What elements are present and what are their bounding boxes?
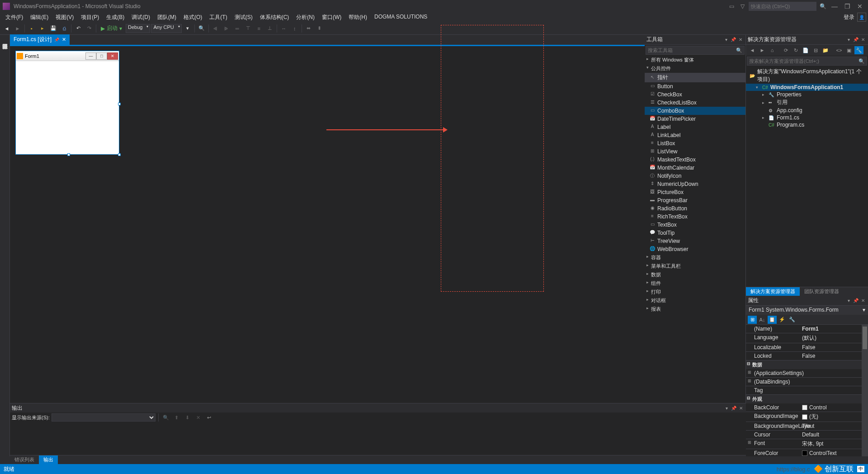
toolbox-item-richtextbox[interactable]: ≡RichTextBox <box>645 213 745 221</box>
search-icon[interactable]: 🔍 <box>736 47 742 53</box>
home-button[interactable]: ⌂ <box>768 46 777 54</box>
code-view-button[interactable]: <> <box>835 46 844 54</box>
toolbox-item-textbox[interactable]: ▭TextBox <box>645 221 745 229</box>
toolbox-item-combobox[interactable]: ▭ComboBox <box>645 107 745 115</box>
menu-window[interactable]: 窗口(W) <box>318 13 345 22</box>
chevron-down-icon[interactable]: ▾ <box>863 307 865 314</box>
form1-node[interactable]: ▸📄Form1.cs <box>746 114 868 121</box>
tab-output[interactable]: 输出 <box>39 455 58 464</box>
close-button[interactable]: ✕ <box>854 1 865 12</box>
open-file-button[interactable]: ▸ <box>38 24 47 33</box>
server-explorer-tab[interactable]: 服务器资源管理器 <box>0 38 9 456</box>
redo-button[interactable]: ↷ <box>84 24 94 33</box>
toolbox-group-menus[interactable]: 菜单和工具栏 <box>645 262 745 270</box>
refresh-button[interactable]: 📄 <box>801 46 810 54</box>
prop-value-localizable[interactable]: False <box>800 343 868 351</box>
menu-build[interactable]: 生成(B) <box>103 13 128 22</box>
toolbox-item-tooltip[interactable]: 💬ToolTip <box>645 229 745 237</box>
prop-value-language[interactable]: (默认) <box>800 333 868 343</box>
space-h-button[interactable]: ↔ <box>279 24 289 33</box>
toolbox-item-monthcalendar[interactable]: 📅MonthCalendar <box>645 164 745 172</box>
menu-help[interactable]: 帮助(H) <box>345 13 371 22</box>
toolbox-item-datetimepicker[interactable]: 📅DateTimePicker <box>645 115 745 123</box>
wrap-button[interactable]: ↩ <box>205 413 214 422</box>
space-v-button[interactable]: ↕ <box>290 24 300 33</box>
menu-view[interactable]: 视图(V) <box>52 13 77 22</box>
start-debug-button[interactable]: ▶ 启动 ▾ <box>98 24 125 32</box>
maximize-button[interactable]: ❐ <box>842 1 853 12</box>
designer-surface[interactable]: Form1 — □ ✕ <box>10 45 645 456</box>
toolbox-group-dialogs[interactable]: 对话框 <box>645 296 745 305</box>
align-right-button[interactable]: ═ <box>232 24 242 33</box>
size-width-button[interactable]: ⬌ <box>304 24 314 33</box>
align-center-button[interactable]: ⫸ <box>222 24 231 33</box>
menu-file[interactable]: 文件(F) <box>2 13 27 22</box>
toolbox-item-progressbar[interactable]: ▬ProgressBar <box>645 196 745 204</box>
toolbox-item-checkedlistbox[interactable]: ☰CheckedListBox <box>645 99 745 107</box>
toolbox-item-listview[interactable]: ⊞ListView <box>645 147 745 156</box>
toolbox-item-picturebox[interactable]: 🖼PictureBox <box>645 188 745 196</box>
menu-test[interactable]: 测试(S) <box>231 13 256 22</box>
prev-message-button[interactable]: ⬆ <box>172 413 181 422</box>
form-body[interactable] <box>16 61 119 154</box>
menu-debug[interactable]: 调试(D) <box>128 13 154 22</box>
project-node[interactable]: ▾C#WindowsFormsApplication1 <box>746 84 868 91</box>
minimize-button[interactable]: — <box>829 1 840 12</box>
new-project-button[interactable]: ▪ <box>27 24 37 33</box>
resize-handle-se[interactable] <box>118 153 121 156</box>
toolbox-item-linklabel[interactable]: ALinkLabel <box>645 131 745 139</box>
login-link[interactable]: 登录 <box>844 14 854 21</box>
notification-icon[interactable]: ▭ <box>727 2 736 11</box>
toolbox-group-components[interactable]: 组件 <box>645 279 745 288</box>
prop-value-cursor[interactable]: Default <box>800 431 868 439</box>
menu-format[interactable]: 格式(O) <box>180 13 206 22</box>
events-button[interactable]: ⚡ <box>778 316 787 324</box>
prop-value-forecolor[interactable]: ControlText <box>800 449 868 456</box>
prop-value-backcolor[interactable]: Control <box>800 403 868 412</box>
undo-button[interactable]: ↶ <box>73 24 83 33</box>
menu-tools[interactable]: 工具(T) <box>206 13 231 22</box>
scope-button[interactable]: ⟳ <box>781 46 790 54</box>
resize-handle-e[interactable] <box>118 103 121 105</box>
close-icon[interactable]: ✕ <box>738 405 744 411</box>
toolbox-group-data[interactable]: 数据 <box>645 270 745 279</box>
close-icon[interactable]: ✕ <box>737 37 744 43</box>
pin-icon[interactable]: 📌 <box>853 298 859 304</box>
pin-icon[interactable]: 📌 <box>853 37 859 43</box>
scrollbar-thumb[interactable] <box>863 327 867 349</box>
toolbox-group-reports[interactable]: 报表 <box>645 305 745 313</box>
user-icon[interactable]: 👤 <box>857 13 866 22</box>
prop-value-name[interactable]: Form1 <box>800 325 868 333</box>
close-icon[interactable]: ✕ <box>860 298 866 304</box>
collapse-button[interactable]: ⊟ <box>811 46 820 54</box>
show-all-button[interactable]: 📁 <box>821 46 830 54</box>
feedback-icon[interactable]: ▽ <box>738 2 747 11</box>
toolbox-item-numericupdown[interactable]: ⇕NumericUpDown <box>645 180 745 188</box>
toolbox-item-listbox[interactable]: ≡ListBox <box>645 139 745 147</box>
prop-value-font[interactable]: 宋体, 9pt <box>800 439 868 449</box>
config-dropdown[interactable]: Debug <box>126 24 150 33</box>
back-button[interactable]: ◄ <box>748 46 757 54</box>
designer-button[interactable]: ▣ <box>844 46 854 54</box>
menu-team[interactable]: 团队(M) <box>154 13 180 22</box>
align-top-button[interactable]: ⊤ <box>243 24 253 33</box>
toolbox-item-button[interactable]: ▭Button <box>645 82 745 90</box>
close-tab-icon[interactable]: ✕ <box>62 37 66 43</box>
properties-tab-button[interactable]: 📋 <box>768 316 777 324</box>
prop-category-appearance[interactable]: 外观 <box>746 395 868 403</box>
property-pages-button[interactable]: 🔧 <box>788 316 797 324</box>
menu-dogma[interactable]: DOGMA SOLUTIONS <box>371 13 431 22</box>
ime-indicator[interactable]: 中 <box>857 466 864 472</box>
output-content[interactable] <box>10 422 746 455</box>
prop-databindings[interactable]: (DataBindings) <box>746 378 800 386</box>
save-button[interactable]: 💾 <box>48 24 58 33</box>
solution-search-input[interactable] <box>749 58 859 64</box>
properties-selector[interactable]: Form1 System.Windows.Forms.Form▾ <box>746 306 868 315</box>
quick-launch-input[interactable] <box>749 2 816 11</box>
toolbox-item-notifyicon[interactable]: ⓘNotifyIcon <box>645 172 745 180</box>
nav-forward-button[interactable]: ► <box>13 24 23 33</box>
tab-team-explorer[interactable]: 团队资源管理器 <box>800 287 844 296</box>
forward-button[interactable]: ► <box>758 46 767 54</box>
platform-dropdown[interactable]: Any CPU <box>151 24 181 33</box>
pin-icon[interactable]: 📌 <box>54 38 59 42</box>
